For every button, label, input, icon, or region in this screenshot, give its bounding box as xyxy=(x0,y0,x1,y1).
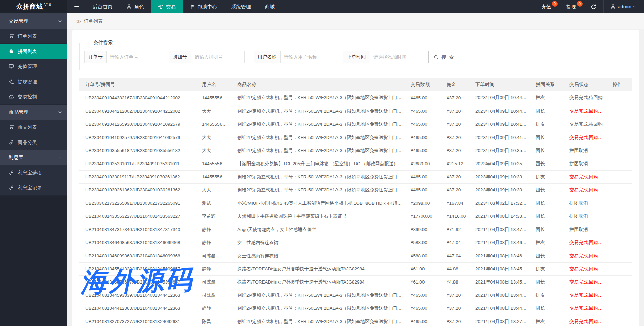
breadcrumb: ≫ 订单列表 xyxy=(67,13,644,29)
cell-order: UB2304091035556182/UB2304091035556182 xyxy=(79,144,196,157)
sidebar-item-order-list[interactable]: 订单列表 xyxy=(0,29,67,44)
cell-product: 女士性感内裤连衣裙 xyxy=(231,236,405,249)
nav-item-mall[interactable]: 商城 xyxy=(258,0,282,13)
table-row: UB2104081345541328/UB2104081345309657静静探… xyxy=(79,262,632,275)
table-row: UB2304091030261362/UB2304091030261362大大创… xyxy=(79,183,632,197)
search-panel-title: 条件搜索 xyxy=(90,40,116,46)
cell-commission: ¥37.20 xyxy=(441,131,469,144)
nav-item-trade[interactable]: 交易 xyxy=(151,0,183,13)
refresh-icon xyxy=(591,4,596,10)
sidebar-item-lixibao-records[interactable]: 利息宝记录 xyxy=(0,180,67,196)
cell-user: 静静 xyxy=(196,262,231,275)
user-name-input[interactable] xyxy=(280,51,334,63)
table-row: UB2304091044382167/UB2304091044212002144… xyxy=(79,91,632,105)
cell-amount: ¥465.00 xyxy=(405,302,441,315)
cell-product: 探路者/TOREADt恤女户外夏季快干速干透气运动服TAJG82984 xyxy=(231,275,405,289)
cell-user: 大大 xyxy=(196,144,231,157)
sidebar-item-group-list[interactable]: 拼团列表 xyxy=(0,44,67,59)
scales-icon xyxy=(158,4,164,9)
table-row: UB2104081346099368/UB2104081346099368司陈鑫… xyxy=(79,249,632,262)
group-no-input[interactable] xyxy=(191,51,245,63)
cell-status: 交易完成,回购成功 xyxy=(563,262,607,275)
sidebar-item-lixibao-options[interactable]: 利息宝选项 xyxy=(0,165,67,180)
cell-amount: ¥61.00 xyxy=(405,275,441,289)
table-row: UB2104081327073727/UB2104081324092631陈昌创… xyxy=(79,315,632,326)
sidebar-section-lixibao[interactable]: 利息宝 xyxy=(0,150,67,165)
admin-menu[interactable]: admin xyxy=(604,0,644,13)
recharge-button[interactable]: 充值 0 xyxy=(534,0,559,13)
cart-icon xyxy=(9,33,14,39)
cell-commission: ¥4.88 xyxy=(441,275,469,289)
nav-item-role[interactable]: 角色 xyxy=(119,0,151,13)
cell-amount: ¥465.00 xyxy=(405,183,441,197)
cell-amount: ¥465.00 xyxy=(405,91,441,105)
cell-order: UB2104081344412363/UB2104081344412363 xyxy=(79,302,196,315)
cell-order: UB2104081327073727/UB2104081324092631 xyxy=(79,315,196,326)
sidebar-section-trade-mgmt[interactable]: 交易管理 xyxy=(0,13,67,29)
gauge-icon xyxy=(9,94,14,99)
search-button[interactable]: 搜 索 xyxy=(428,51,460,63)
cell-status: 拼团取消 xyxy=(563,197,607,210)
search-button-label: 搜 索 xyxy=(441,54,455,60)
cell-amount: ¥465.00 xyxy=(405,315,441,326)
cell-relation: 拼友 xyxy=(530,236,563,249)
cell-relation: 团长 xyxy=(530,105,563,118)
user-icon xyxy=(610,4,616,9)
cell-product: 创维2P定频立式柜机，型号：KFR-50LW/F2DA1A-3（限如皋地区免费送… xyxy=(231,315,405,326)
cell-product: 创维2P定频立式柜机，型号：KFR-50LW/F2DA1A-3（限如皋地区免费送… xyxy=(231,289,405,302)
cell-time: 2023年04月09日 10:35:33 xyxy=(469,157,530,170)
table-row: UB2304091035556182/UB2304091035556182大大创… xyxy=(79,144,632,157)
withdraw-button[interactable]: 提现 0 xyxy=(559,0,584,13)
cell-amount: ¥465.00 xyxy=(405,105,441,118)
sidebar-item-goods-list[interactable]: 商品列表 xyxy=(0,120,67,135)
app-version: V10 xyxy=(44,3,51,7)
breadcrumb-label: 订单列表 xyxy=(84,18,103,24)
cell-product: 创维2P定频立式柜机，型号：KFR-50LW/F2DA1A-3（限如皋地区免费送… xyxy=(231,118,405,131)
cell-status: 交易完成,待回购 xyxy=(563,91,607,105)
sidebar-section-goods-mgmt[interactable]: 商品管理 xyxy=(0,105,67,120)
sidebar-item-trade-control[interactable]: 交易控制 xyxy=(0,89,67,105)
chevron-down-icon xyxy=(58,19,62,22)
cell-order: UB2303021732265091/UB2303021732265091 xyxy=(79,197,196,210)
filter-order-time: 下单时间 xyxy=(343,51,419,63)
sidebar-item-goods-category[interactable]: 商品分类 xyxy=(0,135,67,150)
cell-amount: ¥2689.00 xyxy=(405,157,441,170)
order-no-input[interactable] xyxy=(106,51,160,63)
cell-amount: ¥465.00 xyxy=(405,289,441,302)
cell-action xyxy=(607,223,632,236)
cell-order: UB2104081345309657/UB2104081345309657 xyxy=(79,275,196,289)
col-header-3: 交易数额 xyxy=(405,78,441,91)
cell-time: 2021年04月08日 13:47:31 xyxy=(469,223,530,236)
cell-order: UB2304091041092579/UB2304091041092579 xyxy=(79,131,196,144)
cell-order: UB2304091044382167/UB2304091044212002 xyxy=(79,91,196,105)
sidebar-menu: 交易管理 订单列表拼团列表充值管理提现管理交易控制商品管理 商品列表商品分类利息… xyxy=(0,13,67,196)
cell-product: 天然和田玉手链男款圆珠碧玉手串菠菜绿玉石玉器证书 xyxy=(231,210,405,223)
hand-icon xyxy=(9,49,14,54)
cell-time: 2021年04月08日 13:46:09 xyxy=(469,249,530,262)
cell-status: 拼团取消 xyxy=(563,210,607,223)
cell-user: 测试 xyxy=(196,197,231,210)
refresh-button[interactable] xyxy=(584,0,603,13)
sidebar-item-recharge-mgmt[interactable]: 充值管理 xyxy=(0,59,67,74)
sidebar-toggle[interactable] xyxy=(67,0,86,13)
cell-product: Ange天使情趣内衣，女士性感睡衣蕾丝 xyxy=(231,223,405,236)
nav-item-home[interactable]: 后台首页 xyxy=(86,0,119,13)
col-header-8: 操作 xyxy=(607,78,632,91)
sidebar-section-label: 交易管理 xyxy=(9,18,28,24)
table-row: UB2304091044212002/UB2304091044212002大大创… xyxy=(79,105,632,118)
cell-time: 2023年04月09日 10:44:21 xyxy=(469,105,530,118)
nav-item-help[interactable]: 帮助中心 xyxy=(183,0,224,13)
cell-time: 2021年04月08日 13:45:30 xyxy=(469,275,530,289)
cell-user: 14455556666 xyxy=(196,157,231,170)
cell-action xyxy=(607,118,632,131)
cell-relation: 团长 xyxy=(530,144,563,157)
nav-item-system[interactable]: 系统管理 xyxy=(224,0,258,13)
sidebar: 交易管理 订单列表拼团列表充值管理提现管理交易控制商品管理 商品列表商品分类利息… xyxy=(0,13,67,326)
cell-time: 2021年04月08日 14:33:56 xyxy=(469,210,530,223)
cell-status: 交易完成,待回购 xyxy=(563,118,607,131)
order-time-input[interactable] xyxy=(370,51,419,63)
sidebar-item-label: 拼团列表 xyxy=(18,48,37,55)
cell-product: 女士性感内裤连衣裙 xyxy=(231,249,405,262)
sidebar-item-withdraw-mgmt[interactable]: 提现管理 xyxy=(0,74,67,89)
cell-commission: ¥1416.00 xyxy=(441,210,469,223)
